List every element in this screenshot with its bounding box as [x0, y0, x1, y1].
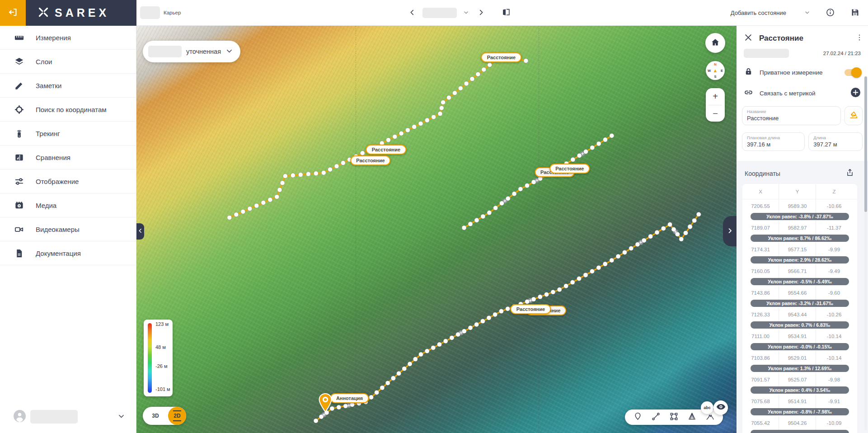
measurement-point[interactable]: [474, 322, 479, 327]
measurement-point[interactable]: [544, 292, 549, 297]
measurement-point[interactable]: [291, 173, 295, 178]
name-field[interactable]: Название Расстояние: [742, 106, 841, 125]
sidebar-item-measurements[interactable]: Измерения: [0, 26, 136, 50]
measurement-point[interactable]: [557, 287, 562, 292]
measurement-point[interactable]: [369, 395, 374, 400]
coordinate-row[interactable]: 7143.869554.66-9.60: [742, 286, 857, 300]
zoom-out-button[interactable]: −: [706, 105, 725, 122]
measurement-point[interactable]: [564, 284, 568, 288]
prev-state-button[interactable]: [407, 7, 418, 19]
close-panel-button[interactable]: [744, 33, 753, 43]
private-measurement-toggle[interactable]: [845, 69, 861, 76]
measurement-point[interactable]: [432, 115, 436, 119]
measurement-point[interactable]: [386, 138, 391, 142]
measurement-point[interactable]: [443, 339, 448, 344]
measurement-point[interactable]: [480, 319, 485, 324]
coordinate-row[interactable]: 7189.079582.97-11.37: [742, 221, 857, 235]
measurement-point[interactable]: [314, 419, 318, 423]
collapse-menu-button[interactable]: [0, 0, 26, 26]
measurement-point[interactable]: [385, 381, 390, 385]
measurement-point[interactable]: [577, 153, 582, 158]
measurement-point[interactable]: [696, 212, 701, 216]
measurement-point[interactable]: [234, 212, 239, 217]
coordinate-row[interactable]: 7160.059566.71-9.49: [742, 264, 857, 278]
measurement-point[interactable]: [584, 150, 588, 154]
measurement-point[interactable]: [525, 184, 530, 188]
measurement-point[interactable]: [506, 306, 510, 311]
measurement-point[interactable]: [458, 86, 463, 90]
measurement-point[interactable]: [499, 309, 503, 314]
coordinate-row[interactable]: 7206.559589.30-10.66: [742, 199, 857, 213]
sidebar-item-layers[interactable]: Слои: [0, 50, 136, 74]
measurement-point[interactable]: [684, 231, 688, 235]
state-dropdown-button[interactable]: [461, 8, 471, 19]
measurement-point[interactable]: [487, 211, 492, 215]
measurement-point[interactable]: [425, 349, 429, 353]
measurement-point[interactable]: [524, 59, 528, 63]
measurement-point[interactable]: [350, 402, 355, 407]
save-button[interactable]: [848, 5, 863, 21]
layer-selector[interactable]: уточненная: [143, 41, 240, 62]
measurement-point[interactable]: [261, 201, 266, 205]
measurement-point[interactable]: [661, 226, 666, 231]
export-coordinates-button[interactable]: [845, 168, 854, 179]
measurement-point[interactable]: [468, 222, 473, 226]
collapse-panel-tab[interactable]: [723, 216, 737, 246]
measurement-point[interactable]: [482, 67, 486, 72]
view-3d-button[interactable]: 3D: [143, 412, 168, 419]
visibility-toggle-button[interactable]: [713, 400, 728, 415]
measurement-point[interactable]: [397, 371, 401, 376]
coordinate-row[interactable]: 7174.319577.15-9.99: [742, 243, 857, 256]
coordinate-row[interactable]: 7103.869529.01-10.14: [742, 351, 857, 365]
coordinate-row[interactable]: 7126.339543.44-10.26: [742, 308, 857, 321]
measurement-point[interactable]: [408, 362, 412, 366]
measurement-point[interactable]: [462, 226, 466, 230]
measurement-point[interactable]: [277, 188, 282, 192]
panel-menu-button[interactable]: [855, 33, 863, 43]
measurement-point[interactable]: [456, 332, 460, 337]
measurement-point[interactable]: [476, 72, 480, 76]
measurement-point[interactable]: [577, 277, 582, 281]
measurement-point[interactable]: [525, 299, 530, 304]
measurement-path-a[interactable]: [230, 56, 526, 218]
measurement-point[interactable]: [570, 280, 575, 285]
measurement-point[interactable]: [405, 128, 410, 132]
measurement-point[interactable]: [692, 218, 697, 223]
measurement-point[interactable]: [280, 181, 285, 185]
measurement-point[interactable]: [431, 345, 436, 350]
polygon-tool-button[interactable]: [669, 412, 679, 423]
measurement-point[interactable]: [438, 112, 442, 116]
measurement-point[interactable]: [425, 118, 429, 122]
sidebar-item-notes[interactable]: Заметки: [0, 74, 136, 98]
measurement-point[interactable]: [596, 265, 601, 270]
coordinate-row[interactable]: 7091.579525.07-9.98: [742, 373, 857, 386]
measurement-point[interactable]: [603, 137, 608, 142]
split-view-button[interactable]: [499, 5, 513, 20]
measurement-point[interactable]: [610, 133, 614, 138]
measurement-point[interactable]: [393, 134, 397, 139]
measurement-point[interactable]: [675, 232, 680, 236]
measurement-point[interactable]: [341, 161, 345, 165]
measurement-point[interactable]: [334, 164, 339, 169]
annotation-label[interactable]: Аннотация: [330, 393, 369, 403]
measurement-point[interactable]: [306, 172, 310, 176]
measurement-point[interactable]: [227, 215, 232, 220]
measurement-point[interactable]: [450, 335, 454, 340]
collapse-sidebar-tab[interactable]: [136, 223, 144, 240]
measurement-point[interactable]: [531, 297, 536, 301]
measurement-point[interactable]: [616, 254, 620, 259]
measurement-point[interactable]: [518, 187, 523, 191]
measurement-label[interactable]: Расстояние: [366, 145, 406, 155]
measurement-point[interactable]: [642, 238, 646, 243]
measurement-label[interactable]: Расстояние: [511, 304, 551, 314]
measurement-point[interactable]: [629, 246, 633, 251]
next-state-button[interactable]: [475, 7, 487, 19]
measurement-point[interactable]: [512, 192, 516, 196]
measurement-point[interactable]: [319, 414, 324, 419]
measurement-point[interactable]: [452, 91, 457, 95]
measurement-point[interactable]: [531, 180, 536, 184]
user-menu[interactable]: [0, 405, 136, 428]
sidebar-item-coordinate-search[interactable]: Поиск по координатам: [0, 98, 136, 122]
panel-scrollbar[interactable]: [864, 76, 867, 430]
measurement-point[interactable]: [648, 234, 653, 239]
